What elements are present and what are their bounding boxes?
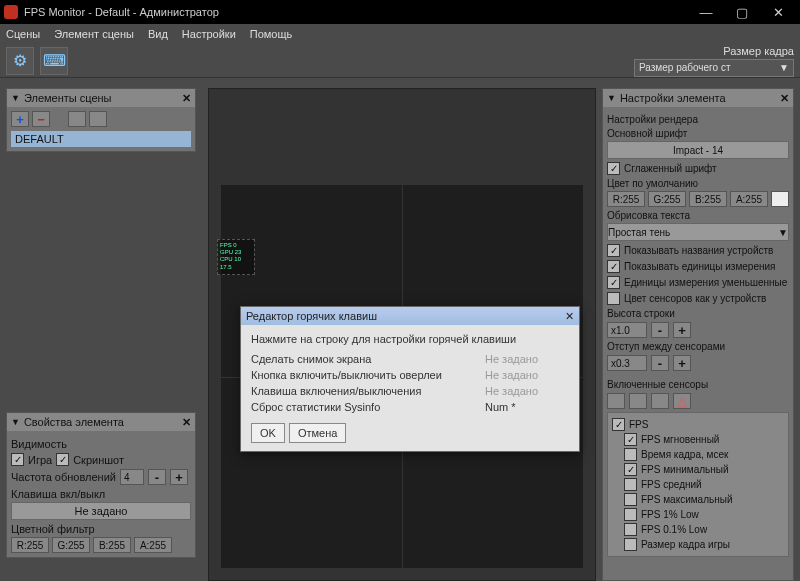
move-down-button[interactable]: ◫	[89, 111, 107, 127]
main-font-button[interactable]: Impact - 14	[607, 141, 789, 159]
hotkey-row[interactable]: Кнопка включить/выключить оверлеиНе зада…	[251, 367, 569, 383]
refresh-input[interactable]: 4	[120, 469, 144, 485]
b-input[interactable]: B:255	[93, 537, 131, 553]
window-title: FPS Monitor - Default - Администратор	[24, 6, 219, 18]
keyboard-icon[interactable]: ⌨	[40, 47, 68, 75]
close-icon[interactable]: ✕	[565, 310, 574, 323]
g-input[interactable]: G:255	[648, 191, 686, 207]
ok-button[interactable]: OK	[251, 423, 285, 443]
frame-size-select[interactable]: Размер рабочего ст ▼	[634, 59, 794, 77]
device-color-checkbox[interactable]	[607, 292, 620, 305]
scene-item[interactable]: DEFAULT	[11, 131, 191, 147]
hotkey-label: Кнопка включить/выключить оверлеи	[251, 369, 485, 381]
sensor-label: FPS максимальный	[641, 494, 733, 505]
sensor-gap-input[interactable]: x0.3	[607, 355, 647, 371]
show-units-checkbox[interactable]	[607, 260, 620, 273]
sensor-checkbox[interactable]	[624, 448, 637, 461]
chevron-down-icon: ▼	[778, 227, 788, 238]
short-units-label: Единицы измерения уменьшенные	[624, 277, 787, 288]
gear-icon[interactable]: ⚙	[6, 47, 34, 75]
color-swatch[interactable]	[771, 191, 789, 207]
toggle-key-button[interactable]: Не задано	[11, 502, 191, 520]
maximize-button[interactable]: ▢	[724, 1, 760, 23]
right-panel-title: Настройки элемента	[620, 92, 776, 104]
game-checkbox[interactable]	[11, 453, 24, 466]
menu-settings[interactable]: Настройки	[182, 28, 236, 40]
sensor-row[interactable]: FPS	[612, 417, 786, 432]
sensor-gap-plus[interactable]: +	[673, 355, 691, 371]
default-color-label: Цвет по умолчанию	[607, 178, 789, 189]
collapse-icon[interactable]: ▼	[607, 93, 616, 103]
sensor-checkbox[interactable]	[624, 463, 637, 476]
row-height-input[interactable]: x1.0	[607, 322, 647, 338]
close-icon[interactable]: ✕	[182, 92, 191, 105]
cancel-button[interactable]: Отмена	[289, 423, 346, 443]
sensor-row[interactable]: Время кадра, мсек	[612, 447, 786, 462]
refresh-minus[interactable]: -	[148, 469, 166, 485]
sensor-tool-3[interactable]: ▣	[651, 393, 669, 409]
r-input[interactable]: R:255	[607, 191, 645, 207]
menu-help[interactable]: Помощь	[250, 28, 293, 40]
row-height-plus[interactable]: +	[673, 322, 691, 338]
close-button[interactable]: ✕	[760, 1, 796, 23]
sensor-tool-4[interactable]: △	[673, 393, 691, 409]
short-units-checkbox[interactable]	[607, 276, 620, 289]
sensor-label: FPS	[629, 419, 648, 430]
b-input[interactable]: B:255	[689, 191, 727, 207]
hotkey-row[interactable]: Сброс статистики SysinfoNum *	[251, 399, 569, 415]
hotkey-label: Сделать снимок экрана	[251, 353, 485, 365]
collapse-icon[interactable]: ▼	[11, 417, 20, 427]
collapse-icon[interactable]: ▼	[11, 93, 20, 103]
sensor-label: FPS мгновенный	[641, 434, 719, 445]
g-input[interactable]: G:255	[52, 537, 90, 553]
sensor-row[interactable]: Размер кадра игры	[612, 537, 786, 552]
sensor-tool-2[interactable]: ◫	[629, 393, 647, 409]
hotkey-value: Не задано	[485, 385, 569, 397]
menu-element[interactable]: Элемент сцены	[54, 28, 134, 40]
hotkey-row[interactable]: Сделать снимок экранаНе задано	[251, 351, 569, 367]
sensor-label: Размер кадра игры	[641, 539, 730, 550]
sensor-checkbox[interactable]	[624, 523, 637, 536]
close-icon[interactable]: ✕	[182, 416, 191, 429]
minimize-button[interactable]: —	[688, 1, 724, 23]
refresh-plus[interactable]: +	[170, 469, 188, 485]
fps-overlay[interactable]: FPS 0GPU 23CPU 1017.5	[217, 239, 255, 275]
game-label: Игра	[28, 454, 52, 466]
menu-view[interactable]: Вид	[148, 28, 168, 40]
sensor-row[interactable]: FPS средний	[612, 477, 786, 492]
screenshot-checkbox[interactable]	[56, 453, 69, 466]
add-button[interactable]: +	[11, 111, 29, 127]
sensor-label: FPS минимальный	[641, 464, 729, 475]
sensor-checkbox[interactable]	[612, 418, 625, 431]
sensor-row[interactable]: FPS 0.1% Low	[612, 522, 786, 537]
text-outline-value: Простая тень	[608, 227, 670, 238]
sensor-row[interactable]: FPS мгновенный	[612, 432, 786, 447]
refresh-label: Частота обновлений	[11, 471, 116, 483]
sensor-checkbox[interactable]	[624, 493, 637, 506]
sensor-checkbox[interactable]	[624, 508, 637, 521]
sensor-row[interactable]: FPS 1% Low	[612, 507, 786, 522]
sensor-row[interactable]: FPS максимальный	[612, 492, 786, 507]
device-color-label: Цвет сенсоров как у устройств	[624, 293, 766, 304]
sensor-checkbox[interactable]	[624, 433, 637, 446]
row-height-minus[interactable]: -	[651, 322, 669, 338]
close-icon[interactable]: ✕	[780, 92, 789, 105]
sensor-row[interactable]: FPS минимальный	[612, 462, 786, 477]
screenshot-label: Скриншот	[73, 454, 124, 466]
sensor-tool-1[interactable]: ≡	[607, 393, 625, 409]
r-input[interactable]: R:255	[11, 537, 49, 553]
text-outline-select[interactable]: Простая тень ▼	[607, 223, 789, 241]
sensor-gap-minus[interactable]: -	[651, 355, 669, 371]
remove-button[interactable]: −	[32, 111, 50, 127]
a-input[interactable]: A:255	[134, 537, 172, 553]
move-up-button[interactable]: ◫	[68, 111, 86, 127]
sensor-checkbox[interactable]	[624, 478, 637, 491]
smooth-font-checkbox[interactable]	[607, 162, 620, 175]
toolbar: ⚙ ⌨ Размер кадра Размер рабочего ст ▼	[0, 44, 800, 78]
show-names-checkbox[interactable]	[607, 244, 620, 257]
sensor-checkbox[interactable]	[624, 538, 637, 551]
a-input[interactable]: A:255	[730, 191, 768, 207]
props-panel-title: Свойства элемента	[24, 416, 178, 428]
hotkey-row[interactable]: Клавиша включения/выключенияНе задано	[251, 383, 569, 399]
menu-scenes[interactable]: Сцены	[6, 28, 40, 40]
